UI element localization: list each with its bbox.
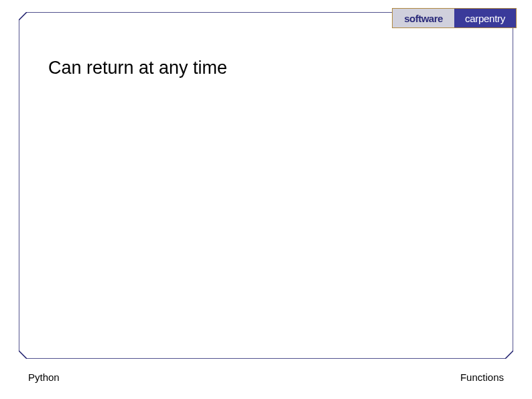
- software-carpentry-logo: software carpentry: [392, 8, 517, 28]
- slide-border: [19, 12, 513, 359]
- logo-left-text: software: [404, 13, 443, 24]
- footer-right: Functions: [460, 372, 504, 383]
- logo-right-panel: carpentry: [454, 9, 516, 27]
- logo-right-text: carpentry: [465, 13, 505, 24]
- footer-left: Python: [28, 372, 60, 383]
- logo-left-panel: software: [393, 9, 454, 27]
- svg-marker-0: [19, 12, 513, 359]
